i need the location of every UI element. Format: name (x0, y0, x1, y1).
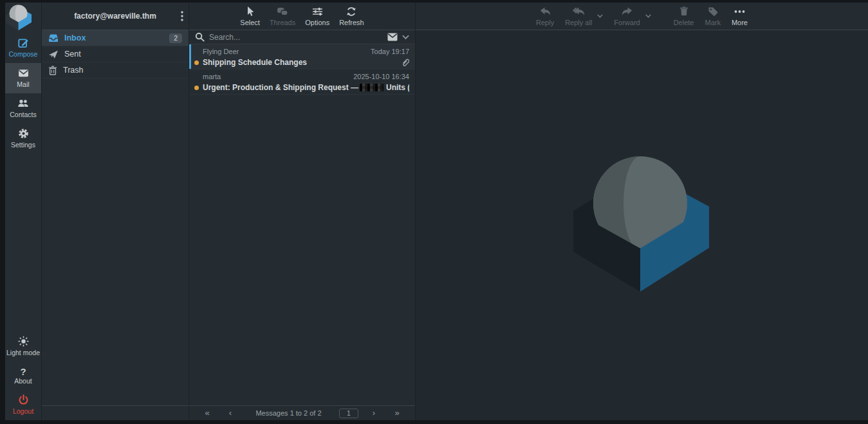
message-toolbar: Reply Reply all (416, 3, 868, 30)
toolbar-label: Select (240, 19, 260, 26)
message-row[interactable]: Flying Deer Today 19:17 Shipping Schedul… (189, 44, 415, 69)
power-icon (5, 394, 41, 405)
select-button[interactable]: Select (240, 6, 260, 26)
contacts-icon (5, 98, 41, 109)
unread-count-badge: 2 (169, 33, 182, 43)
mark-button[interactable]: Mark (705, 6, 720, 26)
app-logo[interactable] (5, 3, 41, 33)
gear-icon (5, 128, 41, 139)
folder-panel-footer (42, 405, 189, 420)
message-list: Flying Deer Today 19:17 Shipping Schedul… (189, 44, 415, 405)
reply-all-button[interactable]: Reply all (565, 6, 592, 26)
forward-icon (622, 6, 633, 17)
message-sender: Flying Deer (203, 46, 239, 57)
sidebar-item-label: Contacts (10, 111, 36, 118)
message-row[interactable]: marta 2025-10-10 16:34 Urgent: Productio… (189, 69, 415, 95)
folder-trash[interactable]: Trash (42, 62, 189, 78)
sidebar-item-settings[interactable]: Settings (5, 124, 41, 154)
pagination-bar: « ‹ Messages 1 to 2 of 2 › » (189, 405, 415, 420)
mail-icon (5, 68, 41, 78)
toolbar-label: Delete (674, 19, 694, 26)
message-subject-prefix: Urgent: Production & Shipping Request — (203, 82, 358, 93)
refresh-button[interactable]: Refresh (339, 6, 364, 26)
message-date: Today 19:17 (371, 46, 409, 57)
attachment-paperclip-icon (397, 58, 409, 67)
folder-panel: factory@wareville.thm Inbox 2 (42, 3, 189, 420)
message-subject-suffix: Units (Next 2 We… (386, 82, 409, 93)
toolbar-label: Mark (705, 19, 720, 26)
sidebar-item-contacts[interactable]: Contacts (5, 93, 41, 124)
sidebar-item-about[interactable]: ? About (5, 362, 41, 390)
first-page-button[interactable]: « (196, 407, 219, 419)
sidebar-item-mail[interactable]: Mail (5, 63, 41, 93)
pagination-status: Messages 1 to 2 of 2 (242, 409, 335, 417)
folder-options-kebab-icon[interactable] (181, 11, 183, 21)
folder-list-empty-area (42, 78, 189, 405)
sidebar-item-label: Logout (13, 407, 33, 415)
tag-icon (708, 6, 718, 17)
search-bar (189, 30, 415, 44)
message-subject: Shipping Schedule Changes (203, 57, 307, 68)
folder-label: Sent (64, 50, 81, 59)
page-number-input[interactable] (339, 409, 358, 418)
forward-dropdown-chevron-icon[interactable] (645, 14, 651, 18)
folder-list: Inbox 2 Sent (42, 30, 189, 78)
sun-icon (5, 336, 41, 347)
toolbar-label: Options (305, 19, 329, 26)
sidebar-item-label: Mail (17, 80, 29, 88)
message-date: 2025-10-10 16:34 (353, 71, 409, 82)
forward-button[interactable]: Forward (614, 6, 640, 26)
search-options-chevron-icon[interactable] (402, 35, 409, 40)
chat-bubbles-icon (277, 6, 288, 17)
sidebar-item-light-mode[interactable]: Light mode (5, 331, 41, 362)
more-button[interactable]: More (732, 6, 748, 26)
trash-icon (48, 66, 57, 75)
ellipsis-icon (734, 6, 745, 17)
message-list-panel: Select Threads (189, 3, 416, 420)
roundcube-watermark-logo (573, 155, 710, 291)
unread-indicator (194, 60, 199, 65)
delete-button[interactable]: Delete (674, 6, 694, 26)
paper-plane-icon (48, 50, 59, 59)
account-name: factory@wareville.thm (74, 12, 156, 21)
sidebar-item-label: Settings (11, 141, 35, 149)
message-sender: marta (203, 71, 221, 82)
webmail-app: Compose Mail Contacts (5, 3, 868, 420)
sliders-icon (312, 6, 323, 17)
prev-page-button[interactable]: ‹ (219, 407, 242, 419)
folder-label: Trash (63, 66, 84, 75)
folder-inbox[interactable]: Inbox 2 (42, 30, 189, 46)
sidebar-spacer (5, 154, 41, 331)
toolbar-label: Reply (536, 19, 554, 26)
next-page-button[interactable]: › (362, 407, 385, 419)
sidebar-item-label: Light mode (6, 349, 40, 356)
cursor-arrow-icon (245, 6, 255, 17)
reply-all-icon (573, 6, 585, 17)
sidebar-item-label: About (14, 377, 32, 385)
sidebar: Compose Mail Contacts (5, 3, 42, 420)
toolbar-label: Threads (270, 19, 295, 26)
reply-all-dropdown-chevron-icon[interactable] (597, 14, 603, 18)
account-header: factory@wareville.thm (42, 3, 189, 30)
toolbar-label: Refresh (339, 19, 364, 26)
toolbar-label: Reply all (565, 19, 592, 26)
threads-button[interactable]: Threads (270, 6, 295, 26)
refresh-icon (346, 6, 356, 17)
sidebar-item-logout[interactable]: Logout (5, 390, 41, 420)
options-button[interactable]: Options (305, 6, 329, 26)
folder-sent[interactable]: Sent (42, 46, 189, 62)
question-mark-icon: ? (5, 366, 41, 377)
unread-indicator (194, 86, 199, 90)
list-toolbar: Select Threads (189, 3, 415, 30)
compose-icon (5, 37, 41, 48)
search-icon (195, 32, 205, 42)
search-input[interactable] (209, 33, 383, 42)
folder-label: Inbox (64, 33, 86, 42)
sidebar-item-compose[interactable]: Compose (5, 33, 41, 63)
search-scope-mail-icon[interactable] (387, 33, 398, 41)
reply-button[interactable]: Reply (536, 6, 554, 26)
last-page-button[interactable]: » (385, 407, 409, 419)
toolbar-label: Forward (614, 19, 640, 26)
message-preview-pane: Reply Reply all (416, 3, 868, 420)
sidebar-item-label: Compose (9, 50, 38, 58)
